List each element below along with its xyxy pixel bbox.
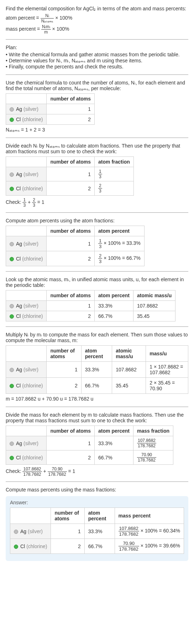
name: (silver)	[23, 106, 38, 112]
cell: 33.3%	[84, 524, 115, 539]
denominator: 3	[98, 259, 102, 264]
dot-icon	[10, 304, 14, 308]
table-atomic-mass: number of atoms atom percent atomic mass…	[6, 290, 175, 321]
numerator: 2	[98, 253, 102, 259]
formula-atom-percent: atom percent = Nᵢ Nₐₜₒₘₛ × 100%	[6, 14, 188, 23]
table-row: Ag (silver) 1 33.3% 107.8682178.7682 × 1…	[10, 524, 184, 539]
symbol: Ag	[16, 303, 22, 309]
plus: +	[28, 199, 31, 205]
col-number-of-atoms: number of atoms	[51, 508, 84, 524]
name: (chlorine)	[22, 383, 43, 388]
table-mass: number of atoms atom percent atomic mass…	[6, 345, 188, 394]
col-number-of-atoms: number of atoms	[47, 226, 95, 236]
table-row: Cl (chlorine) 2 66.7% 35.45 2 × 35.45 = …	[6, 378, 188, 394]
col-number-of-atoms: number of atoms	[47, 94, 95, 104]
table-row: Cl (chlorine) 2 66.7% 70.90178.7682	[6, 450, 173, 465]
section3-text: Compute atom percents using the atom fra…	[6, 218, 188, 223]
denominator: 178.7682	[22, 472, 42, 476]
symbol: Ag	[16, 241, 22, 247]
cell: 66.7%	[95, 450, 133, 465]
table-row: Cl (chlorine) 2 23 × 100% = 66.7%	[6, 251, 145, 266]
numerator: 2	[98, 184, 102, 189]
cell: 1	[47, 362, 81, 378]
denominator: 178.7682	[137, 443, 156, 448]
name: (chlorine)	[22, 186, 43, 191]
element-ag: Ag (silver)	[6, 236, 47, 251]
cell: 107.8682	[112, 362, 146, 378]
cell: 13	[95, 167, 134, 181]
label: atom percent =	[6, 15, 39, 21]
col-atom-percent: atom percent	[95, 426, 133, 436]
cell: 1	[47, 167, 95, 181]
symbol: Cl	[16, 117, 21, 122]
denominator: 178.7682	[137, 458, 156, 462]
element-cl: Cl (chlorine)	[6, 378, 47, 394]
plan-item: Finally, compute the percents and check …	[6, 64, 188, 69]
divider	[6, 39, 188, 40]
cell: 35.45	[112, 378, 146, 394]
rhs: = 1	[37, 199, 44, 205]
table-row: Cl (chlorine) 2 66.7% 35.45	[6, 311, 175, 321]
rhs: = 1	[68, 468, 75, 474]
label: Check:	[6, 199, 21, 205]
dot-icon	[10, 257, 14, 261]
dot-icon	[10, 456, 14, 460]
symbol: Ag	[16, 106, 22, 112]
cell: 107.8682178.7682	[133, 436, 173, 450]
section2-check: Check: 13 + 23 = 1	[6, 198, 188, 207]
denominator: m	[41, 30, 51, 34]
numerator: 70.90	[48, 467, 67, 472]
element-ag: Ag (silver)	[6, 362, 47, 378]
section2-text: Divide each Nᵢ by Nₐₜₒₘₛ to calculate at…	[6, 143, 188, 154]
numerator: 2	[32, 198, 36, 203]
label: mass percent =	[6, 26, 40, 32]
cell: 23	[95, 181, 134, 196]
cell: 1	[47, 436, 95, 450]
col-atom-fraction: atom fraction	[95, 157, 134, 167]
section1-sum: Nₐₜₒₘₛ = 1 + 2 = 3	[6, 127, 188, 133]
cell: 66.7%	[95, 311, 133, 321]
col-mass: mass/u	[146, 346, 188, 362]
numerator: 1	[22, 198, 26, 203]
section4-text: Look up the atomic mass, mᵢ, in unified …	[6, 277, 188, 288]
plan-item: Write the chemical formula and gather at…	[6, 52, 188, 57]
name: (silver)	[23, 441, 38, 446]
col-number-of-atoms: number of atoms	[47, 346, 81, 362]
dot-icon	[10, 118, 14, 122]
symbol: Ag	[16, 441, 22, 446]
denominator: 178.7682	[48, 472, 67, 476]
table-answer: number of atoms atom percent mass percen…	[10, 508, 184, 554]
symbol: Ag	[16, 171, 22, 177]
denominator: 3	[98, 244, 102, 249]
numerator: Nᵢmᵢ	[41, 25, 51, 30]
name: (silver)	[23, 303, 38, 309]
plan-item: Determine values for Nᵢ, mᵢ, Nₐₜₒₘₛ and …	[6, 58, 188, 63]
table-row: Ag (silver) 1	[6, 104, 95, 114]
symbol: Cl	[16, 383, 21, 388]
cell: 2	[47, 181, 95, 196]
element-cl: Cl (chlorine)	[6, 181, 47, 196]
dot-icon	[10, 442, 14, 446]
rhs: × 100%	[55, 15, 72, 21]
name: (chlorine)	[22, 256, 43, 262]
element-cl: Cl (chlorine)	[6, 114, 47, 125]
denominator: 3	[32, 203, 36, 207]
numerator: 1	[98, 169, 102, 174]
numerator: Nᵢ	[41, 14, 54, 19]
cell: 70.90178.7682	[133, 450, 173, 465]
name: (silver)	[23, 241, 38, 247]
dot-icon	[10, 172, 14, 177]
table-row: Ag (silver) 1 13 × 100% = 33.3%	[6, 236, 145, 251]
divider	[6, 74, 188, 75]
symbol: Cl	[16, 455, 21, 460]
dot-icon	[10, 107, 14, 112]
col-atomic-mass: atomic mass/u	[112, 346, 146, 362]
symbol: Cl	[16, 186, 21, 191]
numerator: 107.8682	[137, 438, 156, 443]
cell: 1	[51, 524, 84, 539]
cell: 35.45	[133, 311, 175, 321]
col-atomic-mass: atomic mass/u	[133, 290, 175, 301]
name: (silver)	[28, 529, 43, 534]
cell: 2	[47, 251, 95, 266]
element-cl: Cl (chlorine)	[10, 539, 51, 554]
